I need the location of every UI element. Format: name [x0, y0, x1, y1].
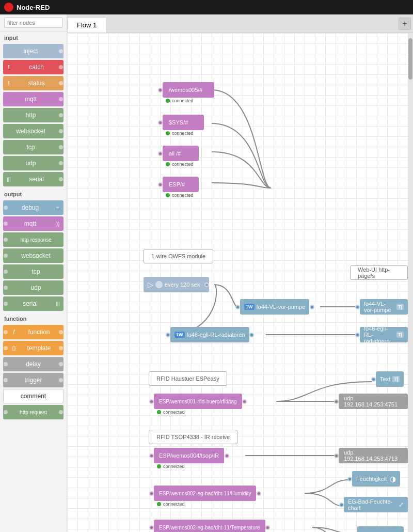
- node-webui-label[interactable]: Web-UI http-page/s: [350, 265, 408, 280]
- sidebar-item-catch[interactable]: ! catch: [3, 60, 63, 74]
- sidebar-item-trigger[interactable]: trigger: [3, 373, 63, 387]
- node-udp-4713[interactable]: udp 192.168.14.253:4713: [334, 448, 408, 463]
- sidebar-item-websocket-output[interactable]: websocket: [3, 248, 63, 263]
- debug-lines-icon: ≡: [52, 200, 63, 215]
- node-rfid-label[interactable]: RFID Haustuer ESPeasy: [149, 371, 227, 386]
- app-title: Node-RED: [17, 4, 50, 11]
- node-feuchte-gauge[interactable]: Feuchtigkeit ◑: [347, 471, 400, 487]
- scrollbar-thumb[interactable]: [408, 38, 412, 80]
- filter-nodes-input[interactable]: [4, 18, 62, 28]
- status-exclaim-icon: !: [3, 76, 14, 90]
- sidebar-item-status[interactable]: ! status: [3, 76, 63, 90]
- serial-icon: |||: [3, 172, 14, 186]
- node-fo44-template[interactable]: fo44-VL-vor-pumpe T|: [355, 299, 408, 315]
- sidebar-item-function[interactable]: f function: [3, 325, 63, 339]
- temp-gauge-icon: ◑: [393, 530, 400, 532]
- sidebar-item-tcp-input[interactable]: tcp: [3, 140, 63, 154]
- sidebar-item-serial-input[interactable]: ||| serial: [3, 172, 63, 186]
- node-fo46-template[interactable]: fo46-egli-RL-radiatoren T|: [355, 327, 408, 342]
- sidebar-item-inject[interactable]: inject: [3, 44, 63, 58]
- sidebar-section-output: output: [0, 188, 67, 199]
- node-text-template[interactable]: Text T|: [371, 371, 404, 387]
- topbar: Node-RED: [0, 0, 413, 14]
- function-f-icon: f: [8, 325, 20, 339]
- node-wemos005[interactable]: /wemos005/# connected: [157, 82, 214, 103]
- node-fo46-1w[interactable]: 1W fo46-egli-RL-radiatoren: [165, 327, 255, 342]
- node-rfid-mqtt[interactable]: ESP/wemos001-rfid-buero/rfid/tag connect…: [149, 394, 247, 415]
- sidebar-item-websocket-input[interactable]: websocket: [3, 124, 63, 138]
- sidebar-item-http-request[interactable]: http request: [3, 405, 63, 419]
- mqtt-wave-icon: )): [52, 216, 63, 231]
- sidebar-item-mqtt-output[interactable]: mqtt )): [3, 216, 63, 231]
- node-tsop-label[interactable]: RFID TSOP4338 - IR receive: [149, 430, 237, 444]
- sidebar-section-input: input: [0, 32, 67, 42]
- node-inject-120[interactable]: ▷ every 120 sek: [144, 277, 209, 292]
- catch-exclaim-icon: !: [3, 60, 14, 74]
- node-humidity-mqtt[interactable]: ESP/wemos002-eg-bad/dht-11/Humidity conn…: [149, 486, 261, 507]
- logo-icon: [4, 3, 13, 12]
- serial-out-icon: |||: [52, 296, 63, 311]
- canvas-wrapper: /wemos005/# connected: [67, 33, 413, 532]
- node-temp-gauge[interactable]: Temperatur ◑: [352, 526, 404, 532]
- sidebar-item-http-response[interactable]: http response: [3, 232, 63, 247]
- canvas-scrollbar[interactable]: [408, 33, 413, 532]
- template-brace-icon: {}: [8, 341, 20, 355]
- sidebar-item-delay[interactable]: delay: [3, 357, 63, 371]
- node-temp-mqtt[interactable]: ESP/wemos002-eg-bad/dht-11/Temperature c…: [149, 520, 271, 532]
- sidebar-item-template[interactable]: {} template: [3, 341, 63, 355]
- node-udp-4751[interactable]: udp 192.168.14.253:4751: [334, 394, 408, 409]
- gauge-icon: ◑: [390, 475, 396, 483]
- chart-icon: ⤢: [399, 501, 404, 508]
- sidebar-filter[interactable]: [0, 14, 67, 32]
- node-feuchte-chart[interactable]: EG-Bad-Feuchte-chart ⤢: [339, 497, 408, 512]
- sidebar-item-http-input[interactable]: http: [3, 108, 63, 122]
- add-tab-button[interactable]: +: [399, 18, 411, 30]
- canvas-area: Flow 1 +: [67, 14, 413, 532]
- node-esphash[interactable]: ESP/# connected: [157, 177, 199, 198]
- tab-bar: Flow 1 +: [67, 14, 413, 33]
- node-tsop-mqtt[interactable]: ESP/wemos004/tsop/IR connected: [149, 448, 229, 469]
- sidebar-item-serial-output[interactable]: serial |||: [3, 296, 63, 311]
- node-fo44-1w[interactable]: 1W fo44-VL-vor-pumpe: [235, 299, 314, 315]
- node-allhash[interactable]: all /# connected: [157, 146, 199, 167]
- tab-flow1[interactable]: Flow 1: [67, 17, 106, 33]
- sidebar-item-udp-input[interactable]: udp: [3, 156, 63, 170]
- node-ssys[interactable]: $SYS/# connected: [157, 115, 204, 136]
- sidebar-item-udp-output[interactable]: udp: [3, 280, 63, 295]
- sidebar-item-mqtt-input[interactable]: mqtt: [3, 92, 63, 106]
- sidebar-item-tcp-output[interactable]: tcp: [3, 264, 63, 279]
- main-layout: input inject ! catch ! status mqtt http …: [0, 14, 413, 532]
- node-owfs-label[interactable]: 1-wire OWFS module: [144, 249, 213, 263]
- sidebar-item-debug[interactable]: debug ≡: [3, 200, 63, 215]
- sidebar: input inject ! catch ! status mqtt http …: [0, 14, 67, 532]
- sidebar-section-function: function: [0, 312, 67, 323]
- flow-canvas[interactable]: /wemos005/# connected: [67, 33, 408, 532]
- sidebar-item-comment[interactable]: comment: [3, 389, 63, 403]
